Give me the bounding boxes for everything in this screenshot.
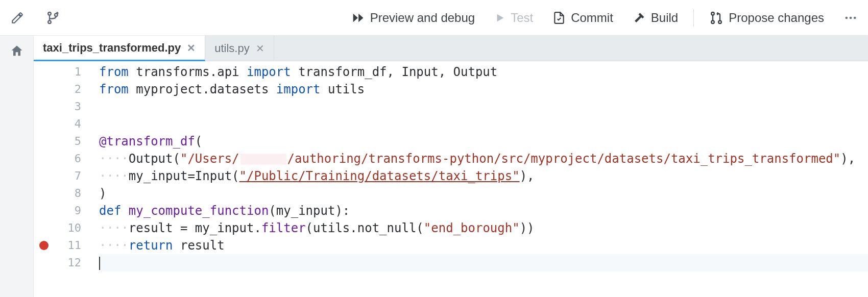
workspace: taxi_trips_transformed.py ✕ utils.py ✕ 1… [0, 36, 868, 297]
fast-forward-icon [351, 11, 365, 25]
line-number-gutter: 1 2 3 4 5 6 7 8 9 10 11 12 [54, 61, 89, 297]
tab-utils[interactable]: utils.py ✕ [205, 36, 274, 61]
commit-label: Commit [571, 11, 613, 25]
svg-point-1 [48, 20, 51, 23]
redacted-username [240, 154, 286, 165]
tab-taxi-trips[interactable]: taxi_trips_transformed.py ✕ [34, 36, 205, 61]
text-caret [99, 257, 100, 270]
propose-changes-button[interactable]: Propose changes [702, 7, 831, 29]
home-icon[interactable] [7, 41, 27, 61]
svg-point-5 [718, 20, 721, 23]
tab-label: taxi_trips_transformed.py [43, 41, 181, 55]
more-icon[interactable] [840, 8, 861, 28]
pull-request-icon [709, 11, 724, 25]
svg-point-4 [711, 20, 714, 23]
tabstrip: taxi_trips_transformed.py ✕ utils.py ✕ [34, 36, 868, 61]
close-icon[interactable]: ✕ [187, 42, 196, 54]
code-editor[interactable]: 1 2 3 4 5 6 7 8 9 10 11 12 from transfor… [34, 61, 868, 297]
preview-debug-label: Preview and debug [370, 11, 475, 25]
propose-changes-label: Propose changes [729, 11, 824, 25]
tab-gutter [0, 36, 34, 297]
breakpoint-gutter[interactable] [34, 61, 54, 297]
play-icon [494, 12, 505, 23]
test-label: Test [511, 11, 533, 25]
build-button[interactable]: Build [625, 7, 685, 29]
branch-add-icon[interactable] [43, 8, 63, 28]
test-button[interactable]: Test [487, 7, 540, 29]
commit-button[interactable]: Commit [545, 7, 620, 29]
svg-point-6 [846, 16, 848, 19]
hammer-icon [633, 11, 646, 24]
close-icon[interactable]: ✕ [256, 42, 264, 55]
toolbar-separator [693, 9, 694, 27]
svg-point-3 [711, 12, 714, 15]
commit-icon [552, 11, 566, 24]
breakpoint-line-11[interactable] [34, 237, 54, 254]
tab-label: utils.py [214, 42, 249, 55]
svg-point-7 [850, 16, 852, 19]
edit-icon[interactable] [7, 8, 28, 28]
toolbar: Preview and debug Test Commit Build Pro [0, 0, 868, 36]
svg-point-0 [48, 12, 51, 15]
svg-point-8 [854, 16, 856, 19]
code-content[interactable]: from transforms.api import transform_df,… [89, 61, 868, 297]
build-label: Build [651, 11, 678, 25]
preview-debug-button[interactable]: Preview and debug [344, 7, 482, 29]
